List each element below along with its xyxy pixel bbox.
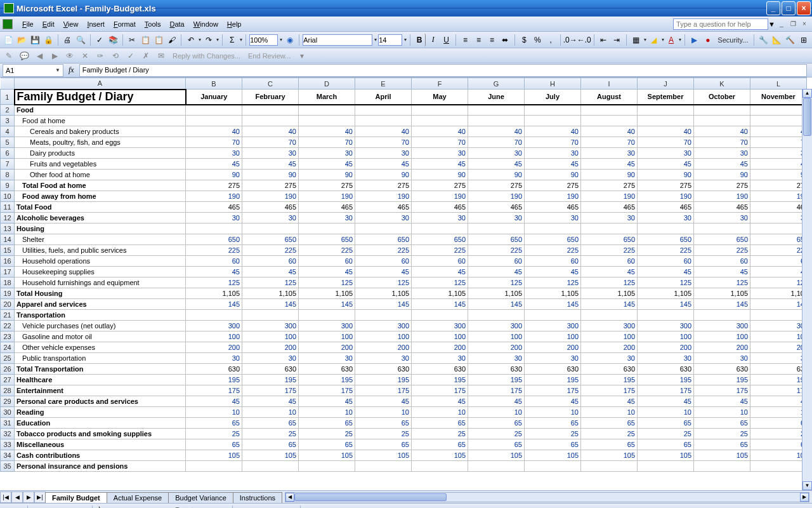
cell[interactable]: 45 xyxy=(581,267,638,277)
cell[interactable]: 65 xyxy=(525,418,581,429)
close-button[interactable]: × xyxy=(797,1,811,15)
cell[interactable]: 40 xyxy=(355,126,412,137)
cell[interactable]: 195 xyxy=(412,375,468,385)
cell[interactable]: 65 xyxy=(468,418,525,429)
cell[interactable]: 65 xyxy=(355,418,412,429)
textbox-icon[interactable]: ▣ xyxy=(156,505,169,509)
cell[interactable]: 650 xyxy=(581,234,638,245)
cell[interactable]: Housekeeping supplies xyxy=(15,267,186,277)
row-header[interactable]: 1 xyxy=(1,90,15,105)
cell[interactable]: 190 xyxy=(355,191,412,202)
cell[interactable]: 25 xyxy=(638,429,694,439)
minimize-button[interactable]: _ xyxy=(766,1,780,15)
row-header[interactable]: 11 xyxy=(1,202,15,213)
cell[interactable]: 10 xyxy=(638,407,694,418)
menu-help[interactable]: Help xyxy=(223,19,246,29)
cell[interactable]: 105 xyxy=(412,450,468,461)
cell[interactable]: 25 xyxy=(468,429,525,439)
cell[interactable] xyxy=(468,105,525,116)
cell[interactable]: 65 xyxy=(638,418,694,429)
menu-edit[interactable]: Edit xyxy=(38,19,59,29)
cell[interactable]: Cereals and bakery products xyxy=(15,126,186,137)
row-header[interactable]: 24 xyxy=(1,342,15,353)
cell[interactable]: 65 xyxy=(412,418,468,429)
cell[interactable]: 45 xyxy=(242,396,299,407)
cell[interactable]: 630 xyxy=(638,364,694,375)
cell[interactable]: 30 xyxy=(581,353,638,364)
menu-tools[interactable]: Tools xyxy=(140,19,166,29)
cell[interactable]: 45 xyxy=(638,159,694,170)
cell[interactable]: 60 xyxy=(186,256,242,267)
tab-next-button[interactable]: ▶ xyxy=(23,491,34,503)
horizontal-scrollbar[interactable]: ◀ ▶ xyxy=(285,492,809,502)
row-header[interactable]: 17 xyxy=(1,267,15,277)
cell[interactable]: 63 xyxy=(750,364,807,375)
fill-icon[interactable]: ◢ xyxy=(235,505,248,509)
cell[interactable]: 4 xyxy=(750,159,807,170)
inc-indent-icon[interactable]: ⇥ xyxy=(611,34,623,46)
cell[interactable]: Fruits and vegetables xyxy=(15,159,186,170)
cell[interactable]: 10 xyxy=(242,407,299,418)
row-header[interactable]: 33 xyxy=(1,439,15,450)
cell[interactable]: 145 xyxy=(299,299,355,310)
doc-icon[interactable] xyxy=(3,19,13,29)
align-left-icon[interactable]: ≡ xyxy=(459,34,471,46)
cell[interactable]: 630 xyxy=(581,364,638,375)
controls-icon[interactable]: 🔨 xyxy=(784,34,796,46)
cell[interactable]: Apparel and services xyxy=(15,299,186,310)
cell[interactable]: 45 xyxy=(638,267,694,277)
cell[interactable]: 630 xyxy=(694,364,750,375)
print-icon[interactable]: 🖨 xyxy=(62,34,74,46)
line-icon[interactable]: ╲ xyxy=(95,505,108,509)
cell[interactable]: 45 xyxy=(468,396,525,407)
column-header-G[interactable]: G xyxy=(468,78,525,90)
pen-icon[interactable]: ✎ xyxy=(3,50,15,62)
cell[interactable] xyxy=(468,461,525,472)
cell[interactable]: 45 xyxy=(525,267,581,277)
cell[interactable]: 225 xyxy=(355,245,412,256)
cell[interactable]: 65 xyxy=(750,234,807,245)
cell[interactable]: 100 xyxy=(468,331,525,342)
cell[interactable]: 100 xyxy=(638,331,694,342)
cell[interactable]: 45 xyxy=(581,159,638,170)
cell[interactable]: Utilities, fuels, and public services xyxy=(15,245,186,256)
row-header[interactable]: 18 xyxy=(1,277,15,288)
cell[interactable]: 70 xyxy=(242,137,299,148)
cell[interactable]: 46 xyxy=(750,202,807,213)
reject-icon[interactable]: ✗ xyxy=(140,50,152,62)
cell[interactable]: 650 xyxy=(525,234,581,245)
cell[interactable]: February xyxy=(242,90,299,105)
cell[interactable]: 40 xyxy=(186,126,242,137)
cell[interactable]: 10 xyxy=(525,407,581,418)
cell[interactable]: 200 xyxy=(355,342,412,353)
menu-view[interactable]: View xyxy=(59,19,83,29)
cell[interactable]: 200 xyxy=(468,342,525,353)
cell[interactable]: 30 xyxy=(694,353,750,364)
cell[interactable]: 30 xyxy=(299,148,355,159)
align-right-icon[interactable]: ≡ xyxy=(486,34,498,46)
cell[interactable]: 45 xyxy=(468,267,525,277)
cell[interactable]: Family Budget / Diary xyxy=(15,90,186,105)
cell[interactable]: May xyxy=(412,90,468,105)
cell[interactable]: 45 xyxy=(299,267,355,277)
cell[interactable]: 630 xyxy=(299,364,355,375)
cell[interactable]: 65 xyxy=(299,418,355,429)
cell[interactable]: 1,105 xyxy=(242,288,299,299)
cell[interactable]: 145 xyxy=(186,299,242,310)
cell[interactable]: 40 xyxy=(299,126,355,137)
cell[interactable] xyxy=(355,461,412,472)
cell[interactable]: 125 xyxy=(581,277,638,288)
row-header[interactable]: 16 xyxy=(1,256,15,267)
cell[interactable]: 105 xyxy=(355,450,412,461)
cell[interactable] xyxy=(694,310,750,321)
cell[interactable]: 27 xyxy=(750,180,807,191)
cell[interactable]: 6 xyxy=(750,256,807,267)
cell[interactable] xyxy=(412,224,468,234)
cell[interactable]: 30 xyxy=(412,353,468,364)
tab-first-button[interactable]: |◀ xyxy=(0,491,11,503)
cell[interactable]: 3 xyxy=(750,148,807,159)
cell[interactable]: 300 xyxy=(412,321,468,331)
spell-icon[interactable]: ✓ xyxy=(94,34,106,46)
help-icon[interactable]: ◉ xyxy=(284,34,296,46)
cell[interactable]: 90 xyxy=(638,170,694,180)
